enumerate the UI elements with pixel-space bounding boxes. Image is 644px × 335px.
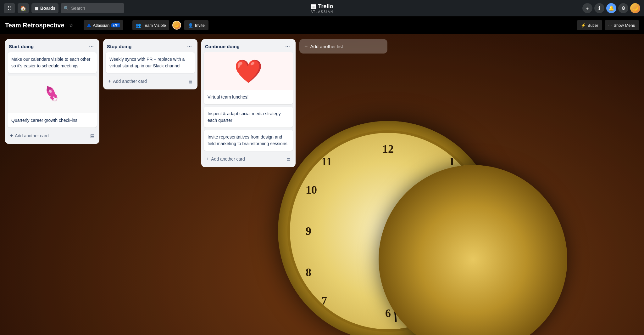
card-career-image bbox=[8, 76, 97, 113]
rocket-icon bbox=[40, 82, 65, 107]
trello-icon: ▦ bbox=[311, 3, 316, 10]
boards-button[interactable]: ▦ Boards bbox=[31, 3, 58, 13]
visibility-button[interactable]: 👥 Team Visible bbox=[132, 20, 169, 30]
butler-icon: ⚡ bbox=[581, 23, 586, 28]
header-divider bbox=[79, 21, 79, 29]
clock-num-10: 10 bbox=[306, 183, 317, 196]
add-card-label-continue-doing: Add another card bbox=[211, 156, 245, 162]
invite-button[interactable]: 👤 Invite bbox=[184, 20, 208, 30]
clock-num-9: 9 bbox=[306, 224, 311, 238]
star-button[interactable]: ☆ bbox=[68, 21, 75, 30]
add-button[interactable]: + bbox=[582, 3, 592, 13]
top-navigation: ⠿ 🏠 ▦ Boards 🔍 ▦ Trello ATLASSIAN + ℹ 🔔 … bbox=[0, 0, 644, 16]
add-card-label-stop-doing: Add another card bbox=[113, 79, 147, 84]
ent-badge: ENT bbox=[111, 23, 120, 27]
info-button[interactable]: ℹ bbox=[594, 3, 604, 13]
list-continue-doing: Continue doing ··· ❤️ Virtual team lunch… bbox=[201, 39, 296, 167]
home-button[interactable]: 🏠 bbox=[18, 3, 29, 13]
list-menu-button-start-doing[interactable]: ··· bbox=[87, 43, 96, 50]
plus-icon-stop-doing: + bbox=[108, 78, 111, 84]
list-menu-button-continue-doing[interactable]: ··· bbox=[283, 43, 292, 50]
ellipsis-icon: ··· bbox=[608, 23, 612, 28]
add-card-button-start-doing[interactable]: + Add another card ▤ bbox=[8, 130, 97, 141]
list-header-continue-doing: Continue doing ··· bbox=[204, 43, 293, 50]
clock-num-6: 6 bbox=[385, 307, 391, 320]
card-social-media-text: Inspect & adapt social media strategy ea… bbox=[208, 111, 289, 124]
board-title: Team Retrospective bbox=[5, 22, 64, 29]
add-list-label: Add another list bbox=[310, 44, 343, 49]
home-icon: 🏠 bbox=[20, 5, 26, 11]
list-start-doing: Start doing ··· Make our calendars visib… bbox=[5, 39, 99, 144]
star-icon: ☆ bbox=[69, 23, 73, 28]
butler-label: Butler bbox=[588, 23, 598, 28]
clock-num-8: 8 bbox=[306, 266, 311, 279]
list-menu-button-stop-doing[interactable]: ··· bbox=[185, 43, 194, 50]
user-avatar-button[interactable]: 🌙 bbox=[630, 3, 640, 13]
add-card-button-continue-doing[interactable]: + Add another card ▤ bbox=[204, 153, 293, 165]
gear-icon: ⚙ bbox=[621, 5, 625, 11]
info-icon: ℹ bbox=[598, 5, 600, 11]
add-card-label-start-doing: Add another card bbox=[15, 133, 48, 138]
show-menu-button[interactable]: ··· Show Menu bbox=[605, 20, 639, 30]
boards-icon: ▦ bbox=[35, 6, 38, 11]
plus-icon-add-list: + bbox=[304, 43, 308, 50]
board-right-actions: ⚡ Butler ··· Show Menu bbox=[577, 20, 639, 30]
waffle-menu-button[interactable]: ⠿ bbox=[4, 3, 15, 13]
menu-label: Show Menu bbox=[613, 23, 635, 28]
nav-right-actions: + ℹ 🔔 ⚙ 🌙 bbox=[582, 3, 640, 13]
board-content: 12 3 6 9 1 11 2 4 5 7 8 10 Start doing ·… bbox=[0, 34, 644, 335]
avatar-image: 🌙 bbox=[633, 6, 638, 11]
card-calendars[interactable]: Make our calendars visible to each other… bbox=[8, 52, 97, 73]
trello-logo-area: ▦ Trello ATLASSIAN bbox=[311, 3, 333, 14]
list-header-start-doing: Start doing ··· bbox=[8, 43, 97, 50]
member-avatar[interactable]: 🌙 bbox=[172, 21, 181, 30]
clock-num-7: 7 bbox=[321, 294, 327, 307]
atlassian-triangle-icon bbox=[87, 23, 91, 27]
trello-logo: ▦ Trello bbox=[311, 3, 333, 10]
team-button[interactable]: Atlassian ENT bbox=[84, 20, 124, 30]
add-list-button[interactable]: + Add another list bbox=[299, 39, 387, 54]
card-career-text: Quarterly career growth check-ins bbox=[11, 117, 93, 124]
list-title-continue-doing: Continue doing bbox=[205, 44, 240, 49]
plus-icon-continue-doing: + bbox=[206, 156, 209, 162]
card-weekly-syncs[interactable]: Weekly syncs with PR – replace with a vi… bbox=[106, 52, 195, 73]
card-social-media[interactable]: Inspect & adapt social media strategy ea… bbox=[204, 107, 293, 128]
lists-container: Start doing ··· Make our calendars visib… bbox=[5, 39, 639, 167]
template-icon-continue-doing: ▤ bbox=[286, 156, 291, 162]
card-invite-reps[interactable]: Invite representatives from design and f… bbox=[204, 130, 293, 151]
template-icon-start-doing: ▤ bbox=[90, 133, 94, 138]
team-name: Atlassian bbox=[93, 23, 110, 28]
invite-label: Invite bbox=[195, 23, 205, 28]
card-invite-reps-text: Invite representatives from design and f… bbox=[208, 134, 289, 147]
waffle-icon: ⠿ bbox=[8, 5, 11, 11]
atlassian-label: ATLASSIAN bbox=[311, 10, 333, 14]
list-title-start-doing: Start doing bbox=[9, 44, 34, 49]
card-weekly-syncs-text: Weekly syncs with PR – replace with a vi… bbox=[109, 56, 191, 69]
add-card-button-stop-doing[interactable]: + Add another card ▤ bbox=[106, 76, 195, 87]
notifications-button[interactable]: 🔔 bbox=[606, 3, 616, 13]
card-lunches-image: ❤️ bbox=[204, 52, 293, 90]
heart-icon: ❤️ bbox=[231, 55, 266, 88]
visibility-label: Team Visible bbox=[143, 23, 166, 28]
search-input[interactable] bbox=[61, 3, 124, 13]
invite-icon: 👤 bbox=[188, 23, 193, 28]
plus-icon-start-doing: + bbox=[10, 133, 13, 139]
plus-icon: + bbox=[586, 6, 589, 11]
template-icon-stop-doing: ▤ bbox=[188, 79, 192, 84]
trello-wordmark: Trello bbox=[318, 3, 333, 10]
list-title-stop-doing: Stop doing bbox=[107, 44, 131, 49]
bell-icon: 🔔 bbox=[608, 5, 614, 11]
board-header: Team Retrospective ☆ Atlassian ENT 👥 Tea… bbox=[0, 16, 644, 34]
list-header-stop-doing: Stop doing ··· bbox=[106, 43, 195, 50]
boards-label: Boards bbox=[40, 6, 55, 11]
list-stop-doing: Stop doing ··· Weekly syncs with PR – re… bbox=[103, 39, 197, 89]
card-lunches-text: Virtual team lunches! bbox=[208, 94, 289, 100]
visibility-icon: 👥 bbox=[136, 23, 141, 28]
card-calendars-text: Make our calendars visible to each other… bbox=[11, 56, 93, 69]
header-divider-2 bbox=[128, 21, 128, 29]
search-wrapper: 🔍 bbox=[61, 3, 124, 13]
butler-button[interactable]: ⚡ Butler bbox=[577, 20, 602, 30]
settings-button[interactable]: ⚙ bbox=[618, 3, 628, 13]
card-career[interactable]: Quarterly career growth check-ins bbox=[8, 76, 97, 128]
card-lunches[interactable]: ❤️ Virtual team lunches! bbox=[204, 52, 293, 104]
